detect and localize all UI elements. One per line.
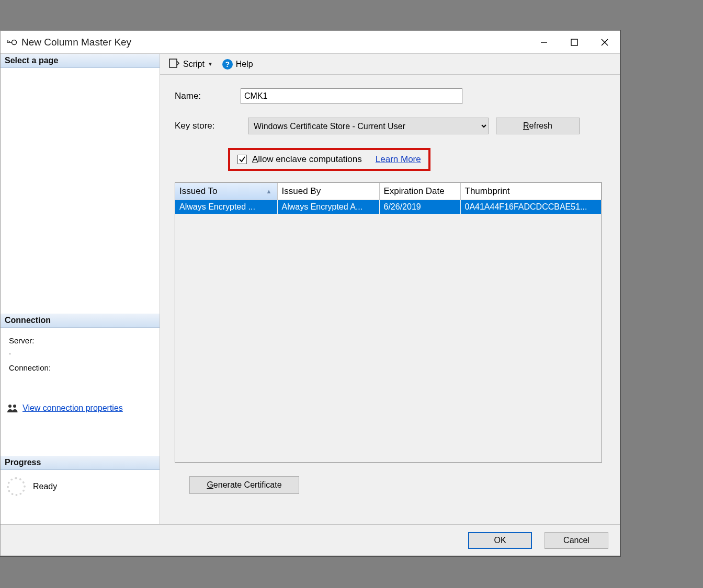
cell-issued-to: Always Encrypted ... — [175, 200, 277, 214]
progress-status: Ready — [33, 482, 57, 491]
cell-thumbprint: 0A41A44F16FADCDCCBAE51... — [460, 200, 602, 214]
col-thumbprint[interactable]: Thumbprint — [460, 183, 602, 200]
script-label: Script — [183, 60, 205, 69]
left-panel: Select a page Connection Server: . Conne… — [1, 54, 160, 524]
keystore-label: Key store: — [175, 121, 241, 131]
page-list-area — [1, 68, 160, 314]
svg-line-6 — [602, 39, 608, 45]
key-icon — [7, 39, 17, 46]
maximize-button[interactable] — [559, 31, 589, 53]
learn-more-link[interactable]: Learn More — [376, 154, 421, 165]
svg-point-8 — [8, 405, 12, 408]
table-row[interactable]: Always Encrypted ... Always Encrypted A.… — [175, 200, 602, 214]
dialog-window: New Column Master Key Select a page Conn… — [0, 30, 620, 556]
people-icon — [7, 403, 18, 413]
allow-enclave-checkbox[interactable]: Allow enclave computations — [237, 154, 362, 165]
enclave-highlight: Allow enclave computations Learn More — [228, 148, 430, 171]
svg-point-0 — [12, 40, 17, 44]
cell-expiration: 6/26/2019 — [379, 200, 460, 214]
connection-header: Connection — [1, 314, 160, 328]
spinner-icon — [7, 477, 26, 496]
checkbox-icon — [237, 155, 247, 164]
refresh-button[interactable]: Refresh — [496, 118, 580, 134]
minimize-button[interactable] — [529, 31, 559, 53]
svg-rect-10 — [169, 59, 177, 67]
help-button[interactable]: ? Help — [219, 58, 256, 71]
select-page-header: Select a page — [1, 54, 160, 68]
help-label: Help — [236, 60, 253, 69]
right-panel: Script ▼ ? Help Name: Key store: Windows… — [160, 54, 620, 524]
name-input[interactable] — [241, 88, 462, 104]
connection-label: Connection: — [9, 363, 151, 372]
ok-button[interactable]: OK — [468, 532, 532, 549]
cancel-button[interactable]: Cancel — [545, 532, 608, 549]
view-connection-properties-link[interactable]: View connection properties — [22, 403, 123, 413]
svg-line-7 — [602, 39, 608, 45]
window-title: New Column Master Key — [21, 37, 131, 48]
connection-info: Server: . Connection: — [1, 328, 160, 385]
svg-rect-5 — [571, 39, 577, 45]
sort-asc-icon: ▲ — [266, 188, 272, 194]
col-issued-by[interactable]: Issued By — [277, 183, 379, 200]
script-icon — [168, 58, 180, 70]
titlebar: New Column Master Key — [1, 31, 620, 54]
svg-point-9 — [13, 405, 16, 408]
toolbar: Script ▼ ? Help — [160, 54, 620, 75]
certificate-grid[interactable]: Issued To▲ Issued By Expiration Date Thu… — [175, 182, 602, 463]
name-label: Name: — [175, 91, 241, 101]
close-button[interactable] — [589, 31, 620, 53]
help-icon: ? — [222, 59, 233, 70]
generate-certificate-button[interactable]: Generate Certificate — [189, 476, 299, 494]
server-label: Server: — [9, 336, 151, 345]
col-expiration[interactable]: Expiration Date — [379, 183, 460, 200]
progress-header: Progress — [1, 456, 160, 470]
cell-issued-by: Always Encrypted A... — [277, 200, 379, 214]
script-dropdown[interactable]: Script ▼ — [165, 57, 216, 71]
server-value: . — [9, 347, 151, 356]
chevron-down-icon: ▼ — [208, 61, 213, 67]
keystore-select[interactable]: Windows Certificate Store - Current User — [248, 118, 489, 134]
col-issued-to[interactable]: Issued To▲ — [175, 183, 277, 200]
dialog-footer: OK Cancel — [1, 524, 620, 556]
